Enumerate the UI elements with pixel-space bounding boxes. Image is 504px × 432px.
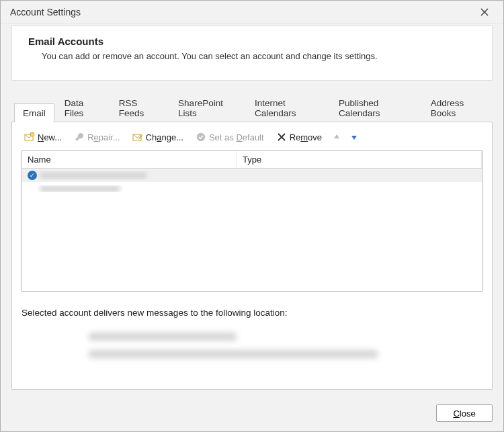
arrow-down-icon bbox=[350, 133, 358, 141]
tab-data-files[interactable]: Data Files bbox=[56, 93, 109, 122]
change-button[interactable]: Change... bbox=[130, 130, 186, 144]
titlebar: Account Settings bbox=[1, 1, 503, 24]
mail-change-icon bbox=[132, 132, 143, 142]
remove-button[interactable]: Remove bbox=[274, 130, 325, 144]
new-button[interactable]: New... bbox=[22, 130, 65, 144]
svg-point-3 bbox=[197, 133, 205, 141]
set-default-button-label: Set as Default bbox=[209, 132, 264, 142]
move-up-button bbox=[331, 132, 342, 142]
accounts-list-header: Name Type bbox=[22, 151, 482, 169]
tab-rss-feeds[interactable]: RSS Feeds bbox=[110, 93, 168, 122]
tab-internet-calendars[interactable]: Internet Calendars bbox=[246, 93, 329, 122]
account-settings-dialog: Account Settings Email Accounts You can … bbox=[0, 0, 504, 432]
tab-content-email: New... Repair... Change... bbox=[11, 122, 493, 390]
tab-address-books[interactable]: Address Books bbox=[422, 93, 493, 122]
redacted-text bbox=[40, 185, 120, 192]
check-circle-icon bbox=[196, 132, 206, 142]
redacted-text bbox=[89, 350, 378, 358]
repair-button: Repair... bbox=[71, 130, 122, 144]
toolbar: New... Repair... Change... bbox=[22, 129, 482, 150]
tab-published-calendars[interactable]: Published Calendars bbox=[330, 93, 421, 122]
set-default-button: Set as Default bbox=[193, 130, 267, 144]
move-down-button bbox=[349, 132, 360, 142]
column-header-name[interactable]: Name bbox=[22, 151, 237, 168]
mail-new-icon bbox=[24, 132, 35, 142]
redacted-text bbox=[89, 333, 237, 341]
intro-panel: Email Accounts You can add or remove an … bbox=[11, 26, 493, 81]
svg-point-1 bbox=[30, 132, 34, 136]
tab-email[interactable]: Email bbox=[14, 103, 54, 122]
new-button-label: New... bbox=[38, 132, 62, 142]
dialog-body: Email Accounts You can add or remove an … bbox=[1, 24, 503, 399]
dialog-footer: Close bbox=[1, 399, 503, 431]
arrow-up-icon bbox=[333, 133, 341, 141]
account-name-cell: ✓ bbox=[22, 171, 237, 180]
account-name-cell bbox=[22, 185, 237, 192]
tab-sharepoint-lists[interactable]: SharePoint Lists bbox=[169, 93, 245, 122]
default-account-icon: ✓ bbox=[28, 171, 37, 180]
intro-description: You can add or remove an account. You ca… bbox=[42, 51, 476, 61]
intro-heading: Email Accounts bbox=[28, 36, 476, 47]
account-row[interactable] bbox=[22, 182, 482, 196]
x-icon bbox=[276, 132, 287, 142]
redacted-text bbox=[40, 172, 147, 179]
wrench-icon bbox=[74, 132, 85, 142]
tabs-row: Email Data Files RSS Feeds SharePoint Li… bbox=[11, 93, 493, 122]
column-header-type[interactable]: Type bbox=[237, 151, 482, 168]
delivery-location-details bbox=[89, 333, 482, 358]
accounts-list[interactable]: Name Type ✓ bbox=[22, 150, 482, 292]
remove-button-label: Remove bbox=[290, 132, 322, 142]
account-row[interactable]: ✓ bbox=[22, 169, 482, 182]
close-button[interactable]: Close bbox=[436, 404, 493, 422]
window-title: Account Settings bbox=[10, 7, 471, 17]
window-close-button[interactable] bbox=[471, 3, 498, 21]
close-icon bbox=[480, 8, 489, 16]
accounts-list-rows: ✓ bbox=[22, 169, 482, 291]
delivery-location-label: Selected account delivers new messages t… bbox=[22, 308, 482, 318]
change-button-label: Change... bbox=[146, 132, 183, 142]
repair-button-label: Repair... bbox=[87, 132, 120, 142]
